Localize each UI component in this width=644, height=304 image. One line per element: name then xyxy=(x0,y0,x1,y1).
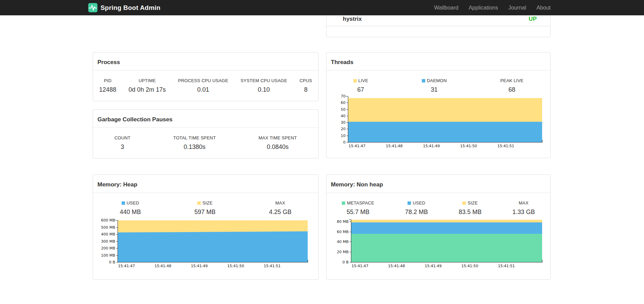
stat-value: 0d 0h 2m 17s xyxy=(128,86,166,93)
stat-item: COUNT 3 xyxy=(114,135,131,151)
svg-text:15:41:50: 15:41:50 xyxy=(227,264,244,268)
brand-title: Spring Boot Admin xyxy=(101,4,160,12)
stat-value: 3 xyxy=(114,143,131,151)
stat-label: SYSTEM CPU USAGE xyxy=(241,78,287,83)
threads-card-title: Threads xyxy=(326,52,550,71)
stat-label: PID xyxy=(99,78,116,83)
svg-text:15:41:51: 15:41:51 xyxy=(264,264,280,268)
main-content: hystrix UP Process PID 12488 UPTIME 0d 0… xyxy=(93,0,551,289)
process-card: Process PID 12488 UPTIME 0d 0h 2m 17s PR… xyxy=(93,52,319,101)
nav-link[interactable]: Applications xyxy=(463,0,503,15)
gc-stats: COUNT 3 TOTAL TIME SPENT 0.1380s MAX TIM… xyxy=(93,128,318,151)
svg-text:15:41:50: 15:41:50 xyxy=(460,144,477,148)
threads-area-chart: 01020304050607015:41:4715:41:4815:41:491… xyxy=(326,93,551,150)
svg-text:15:41:50: 15:41:50 xyxy=(461,264,478,268)
legend-swatch-icon xyxy=(353,79,357,82)
legend-swatch-icon xyxy=(408,201,411,205)
legend-swatch-icon xyxy=(342,201,345,205)
legend-item: PEAK LIVE 68 xyxy=(500,78,523,93)
svg-text:600 MB: 600 MB xyxy=(101,218,115,223)
svg-text:15:41:48: 15:41:48 xyxy=(388,264,405,268)
stat-item: PROCESS CPU USAGE 0.01 xyxy=(178,78,228,93)
svg-text:15:41:47: 15:41:47 xyxy=(118,264,135,268)
svg-text:40 MB: 40 MB xyxy=(337,240,349,244)
nonheap-legend: METASPACE 55.7 MB USED 78.2 MB SIZE xyxy=(326,193,550,216)
legend-label: METASPACE xyxy=(347,200,374,206)
nonheap-card-title: Memory: Non heap xyxy=(326,175,550,193)
svg-text:0: 0 xyxy=(343,140,346,145)
legend-label: USED xyxy=(127,200,139,206)
stat-value: 8 xyxy=(300,86,312,93)
stat-label: TOTAL TIME SPENT xyxy=(173,135,216,140)
svg-text:30: 30 xyxy=(341,120,346,125)
heap-legend: USED 440 MB SIZE 597 MB MAX xyxy=(93,193,318,216)
svg-text:20 MB: 20 MB xyxy=(337,250,349,254)
status-badge-up: UP xyxy=(528,16,537,22)
svg-text:15:41:47: 15:41:47 xyxy=(349,144,365,148)
legend-item: SIZE 597 MB xyxy=(194,200,215,216)
svg-text:0 B: 0 B xyxy=(109,260,115,264)
stat-item: TOTAL TIME SPENT 0.1380s xyxy=(173,135,216,151)
stat-item: UPTIME 0d 0h 2m 17s xyxy=(128,78,166,93)
svg-text:15:41:49: 15:41:49 xyxy=(191,264,208,268)
nav-link[interactable]: Journal xyxy=(503,0,531,15)
top-navbar: Spring Boot Admin Wallboard Applications… xyxy=(0,0,644,15)
spring-boot-admin-logo-icon xyxy=(88,3,97,12)
heap-area-chart: 0 B100 MB200 MB300 MB400 MB500 MB600 MB1… xyxy=(93,217,319,272)
svg-text:15:41:48: 15:41:48 xyxy=(386,144,402,148)
stat-value: 0.0840s xyxy=(259,143,297,151)
legend-item: MAX 1.33 GB xyxy=(512,200,535,216)
svg-text:80 MB: 80 MB xyxy=(337,219,349,224)
svg-text:15:41:48: 15:41:48 xyxy=(154,264,171,268)
legend-item: USED 78.2 MB xyxy=(405,200,428,216)
legend-value: 78.2 MB xyxy=(405,209,428,216)
svg-text:300 MB: 300 MB xyxy=(101,239,115,244)
stat-item: PID 12488 xyxy=(99,78,116,93)
svg-text:15:41:51: 15:41:51 xyxy=(497,144,514,148)
stat-label: MAX TIME SPENT xyxy=(259,135,297,140)
legend-value: 1.33 GB xyxy=(512,209,535,216)
legend-value: 4.25 GB xyxy=(269,209,291,216)
svg-text:15:41:49: 15:41:49 xyxy=(423,144,440,148)
nav-link[interactable]: About xyxy=(531,0,556,15)
svg-text:15:41:47: 15:41:47 xyxy=(352,264,368,268)
legend-value: 597 MB xyxy=(194,209,215,216)
threads-card: Threads LIVE 67 DAEMON 31 xyxy=(326,52,551,158)
legend-label: USED xyxy=(413,200,425,206)
svg-text:60 MB: 60 MB xyxy=(337,230,349,234)
threads-legend: LIVE 67 DAEMON 31 PEAK LIVE xyxy=(326,71,550,93)
svg-text:200 MB: 200 MB xyxy=(101,246,115,250)
process-stats: PID 12488 UPTIME 0d 0h 2m 17s PROCESS CP… xyxy=(93,71,318,93)
stat-value: 0.1380s xyxy=(173,143,216,151)
legend-label: MAX xyxy=(519,200,528,206)
memory-heap-card: Memory: Heap USED 440 MB SIZE 597 M xyxy=(93,174,319,280)
stat-label: COUNT xyxy=(114,135,131,140)
svg-text:15:41:51: 15:41:51 xyxy=(498,264,515,268)
brand-link[interactable]: Spring Boot Admin xyxy=(88,3,160,12)
stat-item: SYSTEM CPU USAGE 0.10 xyxy=(241,78,287,93)
legend-label: MAX xyxy=(275,200,285,206)
legend-item: SIZE 83.5 MB xyxy=(459,200,481,216)
legend-value: 440 MB xyxy=(120,209,141,216)
svg-text:100 MB: 100 MB xyxy=(101,253,115,258)
gc-card-title: Garbage Collection Pauses xyxy=(93,110,318,128)
stat-item: CPUS 8 xyxy=(300,78,312,93)
legend-label: DAEMON xyxy=(427,78,447,83)
legend-item: MAX 4.25 GB xyxy=(269,200,291,216)
stat-value: 0.10 xyxy=(241,86,287,93)
nav-link[interactable]: Wallboard xyxy=(429,0,463,15)
legend-label: SIZE xyxy=(202,200,213,206)
nonheap-area-chart: 0 B20 MB40 MB60 MB80 MB15:41:4715:41:481… xyxy=(326,217,551,272)
gc-pauses-card: Garbage Collection Pauses COUNT 3 TOTAL … xyxy=(93,109,319,158)
legend-swatch-icon xyxy=(422,79,425,82)
svg-text:400 MB: 400 MB xyxy=(101,232,115,237)
svg-text:500 MB: 500 MB xyxy=(101,225,115,230)
service-name: hystrix xyxy=(343,16,362,22)
process-card-title: Process xyxy=(93,52,318,71)
svg-text:0 B: 0 B xyxy=(342,260,349,264)
navbar-links: Wallboard Applications Journal About xyxy=(429,0,556,15)
legend-value: 67 xyxy=(353,86,368,93)
legend-value: 31 xyxy=(422,86,447,93)
svg-text:60: 60 xyxy=(341,101,346,105)
legend-label: SIZE xyxy=(467,200,478,206)
